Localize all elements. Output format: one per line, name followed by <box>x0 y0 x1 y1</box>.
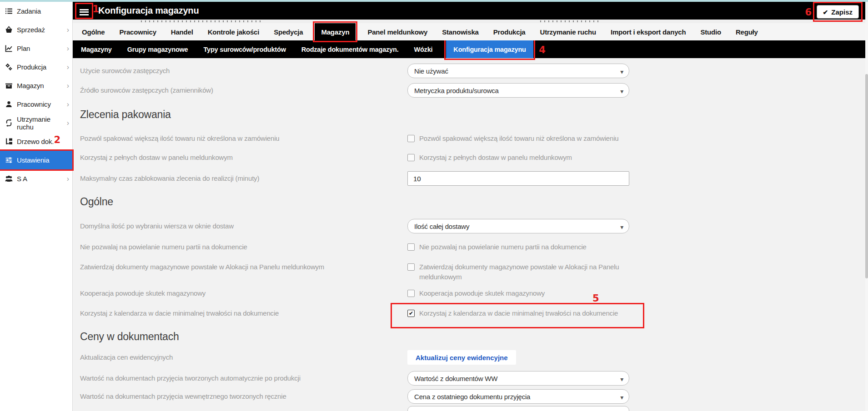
tab-konfiguracja-magazynu-active[interactable]: Konfiguracja magazynu 4 <box>446 40 533 58</box>
tab-magazyn-active[interactable]: Magazyn 3 <box>315 23 356 40</box>
setting-label: Zatwierdzaj dokumenty magazynowe powstał… <box>80 260 324 274</box>
tab-spedycja[interactable]: Spedycja <box>271 23 306 40</box>
sidebar-item-label: Produkcja <box>17 63 46 71</box>
sidebar-item-zadania[interactable]: Zadania <box>0 2 72 20</box>
setting-label: Aktualizacja cen ewidencyjnych <box>80 350 173 365</box>
setting-row-approve-alloc-docs: Zatwierdzaj dokumenty magazynowe powstał… <box>80 260 858 286</box>
maintenance-cycle-icon <box>5 119 13 127</box>
tab-label: Studio <box>700 28 721 36</box>
sidebar-item-sa[interactable]: S A <box>0 169 72 188</box>
setting-label: Domyślna ilość po wybraniu wiersza w okn… <box>80 219 234 233</box>
sidebar-item-sprzedaz[interactable]: Sprzedaż <box>0 20 72 39</box>
caret-down-icon <box>620 375 623 383</box>
annotation-number-6: 6 <box>805 7 812 18</box>
setting-label: Korzystaj z kalendarza w dacie minimalne… <box>80 306 279 321</box>
sidebar-item-magazyn[interactable]: Magazyn <box>0 76 72 95</box>
app-window: Zadania Sprzedaż Plan Produkcja Magazyn … <box>0 0 868 411</box>
save-button[interactable]: Zapisz <box>817 5 859 19</box>
tab-produkcja[interactable]: Produkcja <box>491 23 528 40</box>
setting-label: Użycie surowców zastępczych <box>80 64 170 78</box>
receipt-value-auto-dropdown[interactable]: Wartość z dokumentów WW <box>407 371 629 386</box>
chevron-right-icon <box>67 45 69 52</box>
dropdown-value: Nie używać <box>414 67 448 75</box>
tab-magazyny[interactable]: Magazyny <box>79 40 114 58</box>
chevron-right-icon <box>67 175 69 183</box>
dropdown-value: Cena z ostatniego dokumentu przyjęcia <box>414 393 530 401</box>
production-gears-icon <box>5 63 13 71</box>
tab-rodzaje-dokumentow[interactable]: Rodzaje dokumentów magazyn. <box>300 40 401 58</box>
sidebar-item-pracownicy[interactable]: Pracownicy <box>0 95 72 114</box>
menu-hamburger-button[interactable] <box>77 5 91 17</box>
tab-utrzymanie-ruchu[interactable]: Utrzymanie ruchu <box>537 23 599 40</box>
checkbox-label: Nie pozwalaj na powielanie numeru partii… <box>419 240 587 254</box>
plan-chart-icon <box>5 45 13 52</box>
caret-down-icon <box>620 87 623 95</box>
tab-label: Spedycja <box>274 28 303 36</box>
chevron-right-icon <box>67 26 69 34</box>
tab-kontrole-jakosci[interactable]: Kontrole jakości <box>205 23 262 40</box>
tab-label: Kontrole jakości <box>208 28 260 36</box>
setting-row-no-duplicate-batch: Nie pozwalaj na powielanie numeru partii… <box>80 240 858 254</box>
tab-grupy-magazynowe[interactable]: Grupy magazynowe <box>125 40 190 58</box>
max-block-time-input[interactable] <box>407 171 629 186</box>
tab-label: Rodzaje dokumentów magazyn. <box>301 46 399 53</box>
tab-stanowiska[interactable]: Stanowiska <box>439 23 482 40</box>
setting-label: Źródło surowców zastępczych (zamienników… <box>80 83 213 98</box>
no-duplicate-batch-checkbox[interactable] <box>407 243 415 251</box>
default-qty-dropdown[interactable]: Ilość całej dostawy <box>407 219 629 233</box>
tab-label: Panel meldunkowy <box>367 28 427 36</box>
annotation-box-1: 1 <box>75 3 93 19</box>
checkbox-label: Kooperacja powoduje skutek magazynowy <box>419 286 545 301</box>
tab-ogolne[interactable]: Ogólne <box>79 23 107 40</box>
sidebar-item-label: Zadania <box>17 7 41 15</box>
update-prices-button[interactable]: Aktualizuj ceny ewidencyjne <box>407 350 516 365</box>
substitute-source-dropdown[interactable]: Metryczka produktu/surowca <box>407 83 629 98</box>
tab-typy-surowcow[interactable]: Typy surowców/produktów <box>201 40 287 58</box>
tab-label: Import i eksport danych <box>611 28 686 36</box>
tab-reguly[interactable]: Reguły <box>733 23 761 40</box>
tab-label: Produkcja <box>493 28 526 36</box>
setting-row-calendar-expiry: Korzystaj z kalendarza w dacie minimalne… <box>80 306 858 321</box>
section-heading-general: Ogólne <box>80 196 113 208</box>
sidebar: Zadania Sprzedaż Plan Produkcja Magazyn … <box>0 2 73 411</box>
setting-label: Kooperacja powoduje skutek magazynowy <box>80 286 206 301</box>
calendar-expiry-checkbox[interactable] <box>407 310 415 317</box>
sidebar-item-produkcja[interactable]: Produkcja <box>0 58 72 76</box>
setting-label: Wartość na dokumentach przyjęcia tworzon… <box>80 371 301 386</box>
substitute-use-dropdown[interactable]: Nie używać <box>407 64 629 78</box>
tab-studio[interactable]: Studio <box>697 23 723 40</box>
section-heading-packing: Zlecenia pakowania <box>80 109 171 121</box>
annotation-number-4: 4 <box>539 45 545 55</box>
caret-down-icon <box>620 223 623 231</box>
sidebar-item-label: Pracownicy <box>17 100 51 108</box>
full-deliveries-checkbox[interactable] <box>407 154 415 161</box>
approve-alloc-docs-checkbox[interactable] <box>407 263 415 271</box>
tab-import-eksport[interactable]: Import i eksport danych <box>608 23 688 40</box>
employee-person-icon <box>5 100 13 108</box>
setting-row-default-qty: Domyślna ilość po wybraniu wiersza w okn… <box>80 219 858 233</box>
sidebar-item-plan[interactable]: Plan <box>0 39 72 58</box>
tab-handel[interactable]: Handel <box>168 23 196 40</box>
checkbox-label: Korzystaj z kalendarza w dacie minimalne… <box>419 306 618 321</box>
settings-sliders-icon <box>5 156 13 164</box>
document-tree-icon <box>5 138 13 145</box>
allow-pack-more-checkbox[interactable] <box>407 135 415 142</box>
chevron-right-icon <box>67 119 69 127</box>
chevron-right-icon <box>67 82 69 89</box>
tab-panel-meldunkowy[interactable]: Panel meldunkowy <box>365 23 430 40</box>
sidebar-item-utrzymanie-ruchu[interactable]: Utrzymanie ruchu <box>0 114 72 132</box>
sidebar-item-drzewo-dok[interactable]: Drzewo dok. <box>0 132 72 151</box>
tab-label: Grupy magazynowe <box>127 46 188 53</box>
tab-wozki[interactable]: Wózki <box>412 40 434 58</box>
cooperation-effect-checkbox[interactable] <box>407 290 415 297</box>
tab-pracownicy[interactable]: Pracownicy <box>116 23 159 40</box>
partially-visible-dropdown[interactable] <box>407 406 629 411</box>
scrollbar-thumb[interactable] <box>865 74 868 278</box>
setting-row-cooperation-effect: Kooperacja powoduje skutek magazynowy Ko… <box>80 286 858 301</box>
users-group-icon <box>5 175 13 183</box>
chevron-right-icon <box>67 101 69 108</box>
sidebar-item-ustawienia[interactable]: Ustawienia 2 <box>0 151 72 169</box>
receipt-value-manual-dropdown[interactable]: Cena z ostatniego dokumentu przyjęcia <box>407 389 629 404</box>
caret-down-icon <box>620 393 623 401</box>
setting-row-substitute-use: Użycie surowców zastępczych Nie używać <box>80 64 858 78</box>
